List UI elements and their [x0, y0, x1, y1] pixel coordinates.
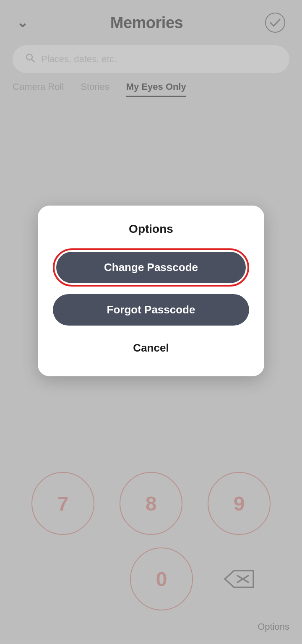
change-passcode-highlight: Change Passcode — [53, 248, 249, 287]
forgot-passcode-button[interactable]: Forgot Passcode — [53, 294, 249, 326]
modal-title: Options — [53, 222, 249, 236]
cancel-button[interactable]: Cancel — [53, 335, 249, 361]
change-passcode-button[interactable]: Change Passcode — [56, 252, 246, 283]
options-modal: Options Change Passcode Forgot Passcode … — [38, 206, 264, 376]
